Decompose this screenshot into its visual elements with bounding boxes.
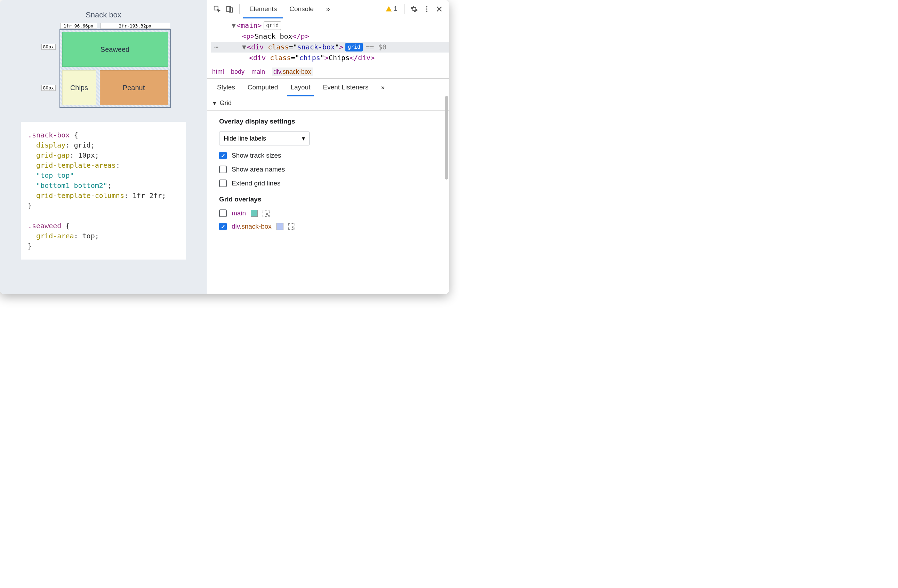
row-label-2: 80px [42,85,55,91]
sub-tab-computed[interactable]: Computed [241,79,284,96]
overlay-snack-color[interactable] [277,223,283,230]
sub-tab-layout[interactable]: Layout [284,79,317,96]
bc-snack-box[interactable]: div.snack-box [272,68,313,76]
breadcrumb: html body main div.snack-box [207,65,449,79]
tab-elements[interactable]: Elements [243,0,283,18]
overlay-main-color[interactable] [251,210,258,217]
locate-icon[interactable] [288,223,295,230]
dom-node-main[interactable]: ▼<main>grid [211,20,449,31]
cell-chips: Chips [62,70,96,105]
devtools-toolbar: Elements Console » 1 [207,0,449,18]
warning-badge[interactable]: 1 [385,5,397,12]
separator [239,4,240,14]
scrollbar[interactable] [445,96,448,180]
column-track-labels: 1fr·96.66px 2fr·193.32px [60,23,170,29]
device-toggle-icon[interactable] [223,3,236,15]
bc-main[interactable]: main [251,68,265,75]
grid-overlays-heading: Grid overlays [219,195,437,203]
bc-body[interactable]: body [231,68,244,75]
close-icon[interactable] [433,3,446,15]
page-title: Snack box [21,11,186,20]
ellipsis-icon[interactable]: ⋯ [214,42,219,52]
overlay-snack-name[interactable]: div.snack-box [232,223,272,230]
svg-rect-1 [227,6,231,11]
svg-point-3 [426,6,427,7]
cell-seaweed: Seaweed [62,32,168,67]
col-label-1: 1fr·96.66px [60,23,97,29]
check-track-sizes-label: Show track sizes [232,152,281,159]
grid-badge-active[interactable]: grid [345,43,363,51]
dom-node-p[interactable]: <p>Snack box</p> [211,31,449,42]
locate-icon[interactable] [263,210,269,217]
grid-visualization: 1fr·96.66px 2fr·193.32px 80px 80px Seawe… [43,29,165,108]
kebab-icon[interactable] [420,3,433,15]
grid-badge[interactable]: grid [264,21,281,30]
layout-panel: ▼ Grid Overlay display settings Hide lin… [207,96,449,294]
warning-icon [385,6,392,12]
separator [404,4,404,14]
overlay-main-row: main [219,209,437,217]
tab-more[interactable]: » [320,0,336,18]
check-extend-lines-row: Extend grid lines [219,180,437,187]
row-label-1: 80px [42,44,55,50]
dom-node-snack-box[interactable]: ⋯▼<div class="snack-box">grid== $0 [211,42,449,52]
css-source: .snack-box { display: grid; grid-gap: 10… [21,122,186,260]
grid-section-label: Grid [220,100,232,107]
dom-tree[interactable]: ▼<main>grid <p>Snack box</p> ⋯▼<div clas… [207,18,449,65]
warning-count: 1 [394,5,397,12]
overlay-snack-check[interactable] [219,223,227,230]
overlay-snack-row: div.snack-box [219,223,437,230]
snack-box-grid: Seaweed Chips Peanut [60,29,171,108]
chevron-down-icon: ▾ [302,135,305,142]
svg-point-4 [426,8,427,10]
sub-tab-more[interactable]: » [375,79,391,96]
cell-peanut: Peanut [100,70,168,105]
dom-node-chips[interactable]: <div class="chips">Chips</div> [211,52,449,63]
overlay-settings-heading: Overlay display settings [219,118,437,125]
check-extend-lines[interactable] [219,180,227,187]
styles-sub-tabs: Styles Computed Layout Event Listeners » [207,79,449,96]
svg-point-5 [426,11,427,12]
disclosure-triangle-icon: ▼ [212,100,217,106]
inspect-icon[interactable] [211,3,223,15]
rendered-page: Snack box 1fr·96.66px 2fr·193.32px 80px … [0,0,207,294]
check-area-names-row: Show area names [219,166,437,173]
col-label-2: 2fr·193.32px [100,23,170,29]
sub-tab-event-listeners[interactable]: Event Listeners [317,79,375,96]
check-extend-lines-label: Extend grid lines [232,180,280,187]
check-track-sizes-row: Show track sizes [219,152,437,159]
bc-html[interactable]: html [212,68,224,75]
tab-console[interactable]: Console [283,0,320,18]
check-area-names-label: Show area names [232,166,285,173]
line-labels-select[interactable]: Hide line labels ▾ [219,131,309,145]
sub-tab-styles[interactable]: Styles [211,79,241,96]
gear-icon[interactable] [408,3,420,15]
check-area-names[interactable] [219,166,227,173]
overlay-main-name[interactable]: main [232,209,246,217]
grid-section-header[interactable]: ▼ Grid [207,96,449,111]
devtools-panel: Elements Console » 1 ▼<main>grid <p>Snac… [207,0,449,294]
overlay-main-check[interactable] [219,209,227,217]
check-track-sizes[interactable] [219,152,227,159]
